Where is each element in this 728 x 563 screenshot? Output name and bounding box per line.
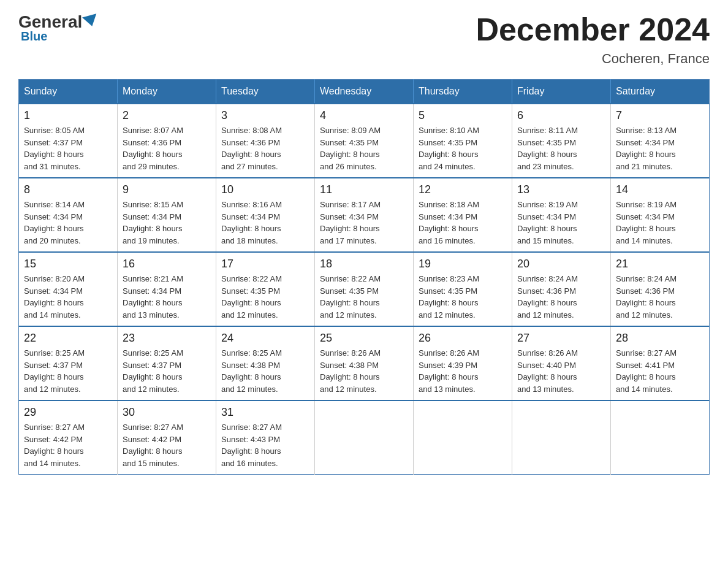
- day-number: 23: [123, 332, 211, 345]
- day-info: Sunrise: 8:25 AMSunset: 4:37 PMDaylight:…: [24, 347, 112, 395]
- table-row: 14 Sunrise: 8:19 AMSunset: 4:34 PMDaylig…: [611, 178, 710, 252]
- table-row: 27 Sunrise: 8:26 AMSunset: 4:40 PMDaylig…: [512, 326, 611, 400]
- day-number: 26: [419, 332, 507, 345]
- calendar-title: December 2024: [476, 12, 710, 47]
- day-info: Sunrise: 8:22 AMSunset: 4:35 PMDaylight:…: [320, 273, 408, 321]
- day-info: Sunrise: 8:08 AMSunset: 4:36 PMDaylight:…: [221, 124, 309, 172]
- day-number: 18: [320, 258, 408, 270]
- table-row: 1 Sunrise: 8:05 AMSunset: 4:37 PMDayligh…: [19, 104, 118, 178]
- day-info: Sunrise: 8:27 AMSunset: 4:43 PMDaylight:…: [221, 421, 309, 469]
- calendar-table: Sunday Monday Tuesday Wednesday Thursday…: [18, 79, 710, 475]
- day-info: Sunrise: 8:20 AMSunset: 4:34 PMDaylight:…: [24, 273, 112, 321]
- day-info: Sunrise: 8:21 AMSunset: 4:34 PMDaylight:…: [123, 273, 211, 321]
- day-info: Sunrise: 8:23 AMSunset: 4:35 PMDaylight:…: [419, 273, 507, 321]
- table-row: 31 Sunrise: 8:27 AMSunset: 4:43 PMDaylig…: [216, 400, 315, 475]
- table-row: 25 Sunrise: 8:26 AMSunset: 4:38 PMDaylig…: [315, 326, 414, 400]
- header-sunday: Sunday: [19, 80, 118, 104]
- header-thursday: Thursday: [414, 80, 512, 104]
- table-row: 11 Sunrise: 8:17 AMSunset: 4:34 PMDaylig…: [315, 178, 414, 252]
- table-row: 17 Sunrise: 8:22 AMSunset: 4:35 PMDaylig…: [216, 252, 315, 326]
- day-info: Sunrise: 8:24 AMSunset: 4:36 PMDaylight:…: [616, 273, 704, 321]
- day-info: Sunrise: 8:09 AMSunset: 4:35 PMDaylight:…: [320, 124, 408, 172]
- day-number: 15: [24, 258, 112, 270]
- table-row: [315, 400, 414, 475]
- table-row: 18 Sunrise: 8:22 AMSunset: 4:35 PMDaylig…: [315, 252, 414, 326]
- day-info: Sunrise: 8:17 AMSunset: 4:34 PMDaylight:…: [320, 199, 408, 247]
- header-monday: Monday: [118, 80, 216, 104]
- day-info: Sunrise: 8:13 AMSunset: 4:34 PMDaylight:…: [616, 124, 704, 172]
- day-info: Sunrise: 8:26 AMSunset: 4:39 PMDaylight:…: [419, 347, 507, 395]
- table-row: 7 Sunrise: 8:13 AMSunset: 4:34 PMDayligh…: [611, 104, 710, 178]
- day-number: 10: [221, 183, 309, 196]
- table-row: 2 Sunrise: 8:07 AMSunset: 4:36 PMDayligh…: [118, 104, 216, 178]
- day-number: 12: [419, 183, 507, 196]
- title-area: December 2024 Cocheren, France: [476, 12, 710, 67]
- day-info: Sunrise: 8:27 AMSunset: 4:41 PMDaylight:…: [616, 347, 704, 395]
- header-friday: Friday: [512, 80, 611, 104]
- calendar-week-row: 1 Sunrise: 8:05 AMSunset: 4:37 PMDayligh…: [19, 104, 710, 178]
- table-row: 4 Sunrise: 8:09 AMSunset: 4:35 PMDayligh…: [315, 104, 414, 178]
- table-row: 29 Sunrise: 8:27 AMSunset: 4:42 PMDaylig…: [19, 400, 118, 475]
- table-row: 20 Sunrise: 8:24 AMSunset: 4:36 PMDaylig…: [512, 252, 611, 326]
- day-number: 27: [517, 332, 605, 345]
- table-row: 3 Sunrise: 8:08 AMSunset: 4:36 PMDayligh…: [216, 104, 315, 178]
- day-number: 8: [24, 183, 112, 196]
- day-number: 25: [320, 332, 408, 345]
- day-number: 5: [419, 109, 507, 122]
- day-number: 22: [24, 332, 112, 345]
- day-number: 2: [123, 109, 211, 122]
- header-tuesday: Tuesday: [216, 80, 315, 104]
- calendar-header-row: Sunday Monday Tuesday Wednesday Thursday…: [19, 80, 710, 104]
- day-number: 11: [320, 183, 408, 196]
- table-row: [512, 400, 611, 475]
- day-info: Sunrise: 8:26 AMSunset: 4:38 PMDaylight:…: [320, 347, 408, 395]
- day-info: Sunrise: 8:16 AMSunset: 4:34 PMDaylight:…: [221, 199, 309, 247]
- logo-blue-text: Blue: [21, 29, 98, 44]
- day-number: 20: [517, 258, 605, 270]
- day-number: 21: [616, 258, 704, 270]
- day-info: Sunrise: 8:25 AMSunset: 4:37 PMDaylight:…: [123, 347, 211, 395]
- day-number: 14: [616, 183, 704, 196]
- day-info: Sunrise: 8:05 AMSunset: 4:37 PMDaylight:…: [24, 124, 112, 172]
- table-row: 8 Sunrise: 8:14 AMSunset: 4:34 PMDayligh…: [19, 178, 118, 252]
- calendar-week-row: 15 Sunrise: 8:20 AMSunset: 4:34 PMDaylig…: [19, 252, 710, 326]
- day-number: 16: [123, 258, 211, 270]
- day-info: Sunrise: 8:18 AMSunset: 4:34 PMDaylight:…: [419, 199, 507, 247]
- table-row: 23 Sunrise: 8:25 AMSunset: 4:37 PMDaylig…: [118, 326, 216, 400]
- day-info: Sunrise: 8:14 AMSunset: 4:34 PMDaylight:…: [24, 199, 112, 247]
- day-info: Sunrise: 8:27 AMSunset: 4:42 PMDaylight:…: [123, 421, 211, 469]
- logo-triangle-icon: [82, 13, 99, 28]
- day-info: Sunrise: 8:27 AMSunset: 4:42 PMDaylight:…: [24, 421, 112, 469]
- table-row: 10 Sunrise: 8:16 AMSunset: 4:34 PMDaylig…: [216, 178, 315, 252]
- table-row: 22 Sunrise: 8:25 AMSunset: 4:37 PMDaylig…: [19, 326, 118, 400]
- calendar-week-row: 29 Sunrise: 8:27 AMSunset: 4:42 PMDaylig…: [19, 400, 710, 475]
- table-row: 16 Sunrise: 8:21 AMSunset: 4:34 PMDaylig…: [118, 252, 216, 326]
- day-number: 13: [517, 183, 605, 196]
- day-info: Sunrise: 8:10 AMSunset: 4:35 PMDaylight:…: [419, 124, 507, 172]
- day-info: Sunrise: 8:15 AMSunset: 4:34 PMDaylight:…: [123, 199, 211, 247]
- day-info: Sunrise: 8:07 AMSunset: 4:36 PMDaylight:…: [123, 124, 211, 172]
- table-row: 19 Sunrise: 8:23 AMSunset: 4:35 PMDaylig…: [414, 252, 512, 326]
- day-info: Sunrise: 8:19 AMSunset: 4:34 PMDaylight:…: [517, 199, 605, 247]
- calendar-location: Cocheren, France: [476, 51, 710, 67]
- calendar-week-row: 22 Sunrise: 8:25 AMSunset: 4:37 PMDaylig…: [19, 326, 710, 400]
- day-info: Sunrise: 8:19 AMSunset: 4:34 PMDaylight:…: [616, 199, 704, 247]
- table-row: 9 Sunrise: 8:15 AMSunset: 4:34 PMDayligh…: [118, 178, 216, 252]
- table-row: 5 Sunrise: 8:10 AMSunset: 4:35 PMDayligh…: [414, 104, 512, 178]
- header-saturday: Saturday: [611, 80, 710, 104]
- table-row: 13 Sunrise: 8:19 AMSunset: 4:34 PMDaylig…: [512, 178, 611, 252]
- day-info: Sunrise: 8:24 AMSunset: 4:36 PMDaylight:…: [517, 273, 605, 321]
- day-number: 19: [419, 258, 507, 270]
- day-number: 7: [616, 109, 704, 122]
- table-row: [414, 400, 512, 475]
- day-info: Sunrise: 8:22 AMSunset: 4:35 PMDaylight:…: [221, 273, 309, 321]
- table-row: 30 Sunrise: 8:27 AMSunset: 4:42 PMDaylig…: [118, 400, 216, 475]
- table-row: [611, 400, 710, 475]
- day-number: 28: [616, 332, 704, 345]
- day-info: Sunrise: 8:11 AMSunset: 4:35 PMDaylight:…: [517, 124, 605, 172]
- logo: General Blue: [18, 12, 98, 44]
- day-number: 6: [517, 109, 605, 122]
- day-number: 17: [221, 258, 309, 270]
- table-row: 12 Sunrise: 8:18 AMSunset: 4:34 PMDaylig…: [414, 178, 512, 252]
- table-row: 28 Sunrise: 8:27 AMSunset: 4:41 PMDaylig…: [611, 326, 710, 400]
